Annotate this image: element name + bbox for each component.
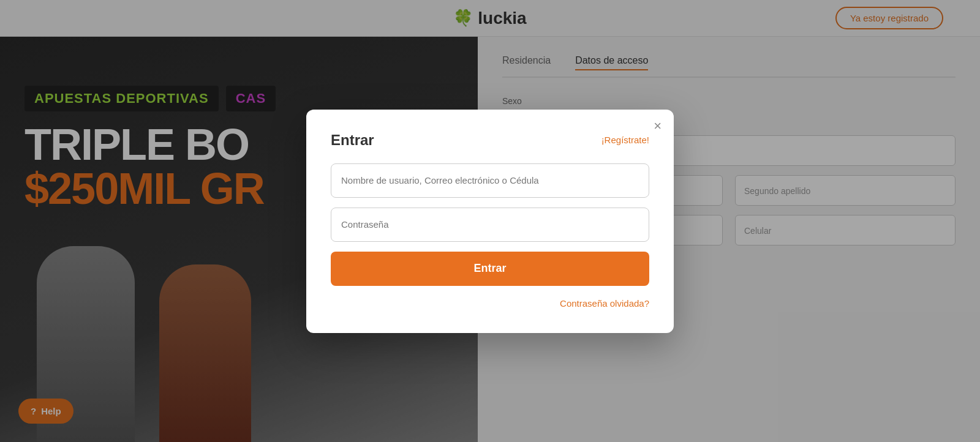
password-input[interactable] [331,208,649,242]
login-modal: × Entrar ¡Regístrate! Entrar Contraseña … [306,110,674,333]
modal-title: Entrar [331,132,374,149]
modal-close-button[interactable]: × [654,119,662,133]
login-submit-button[interactable]: Entrar [331,252,649,286]
modal-header: Entrar ¡Regístrate! [331,132,649,149]
modal-overlay[interactable]: × Entrar ¡Regístrate! Entrar Contraseña … [0,0,980,442]
forgot-password-link[interactable]: Contraseña olvidada? [331,298,649,309]
modal-register-link[interactable]: ¡Regístrate! [601,135,649,145]
username-input[interactable] [331,163,649,198]
